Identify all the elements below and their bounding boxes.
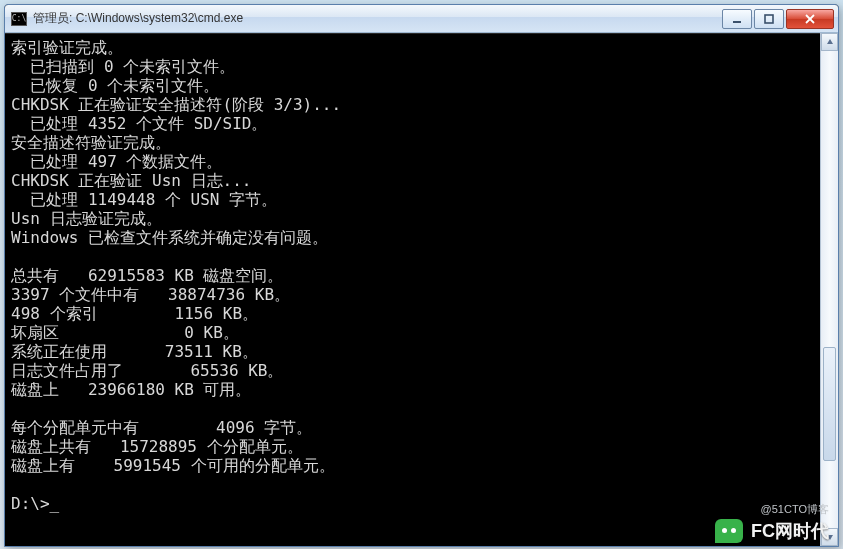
watermark: FC网时代 xyxy=(715,519,829,543)
window-controls xyxy=(720,9,834,29)
minimize-button[interactable] xyxy=(722,9,752,29)
maximize-button[interactable] xyxy=(754,9,784,29)
scroll-up-button[interactable] xyxy=(821,33,838,51)
vertical-scrollbar[interactable] xyxy=(820,33,838,546)
cmd-window: C:\ 管理员: C:\Windows\system32\cmd.exe 索引验… xyxy=(4,4,839,547)
desktop: C:\ 管理员: C:\Windows\system32\cmd.exe 索引验… xyxy=(0,0,843,549)
close-button[interactable] xyxy=(786,9,834,29)
wechat-icon xyxy=(715,519,743,543)
watermark-text: FC网时代 xyxy=(751,519,829,543)
scroll-thumb[interactable] xyxy=(823,347,836,461)
watermark-sub: @51CTO博客 xyxy=(761,502,829,517)
svg-rect-1 xyxy=(765,15,773,23)
scroll-track[interactable] xyxy=(821,51,838,528)
cmd-icon: C:\ xyxy=(11,12,27,26)
svg-rect-0 xyxy=(733,21,741,23)
titlebar[interactable]: C:\ 管理员: C:\Windows\system32\cmd.exe xyxy=(5,5,838,33)
window-title: 管理员: C:\Windows\system32\cmd.exe xyxy=(33,10,720,27)
console-output[interactable]: 索引验证完成。 已扫描到 0 个未索引文件。 已恢复 0 个未索引文件。 CHK… xyxy=(5,33,838,546)
svg-marker-4 xyxy=(827,39,833,44)
